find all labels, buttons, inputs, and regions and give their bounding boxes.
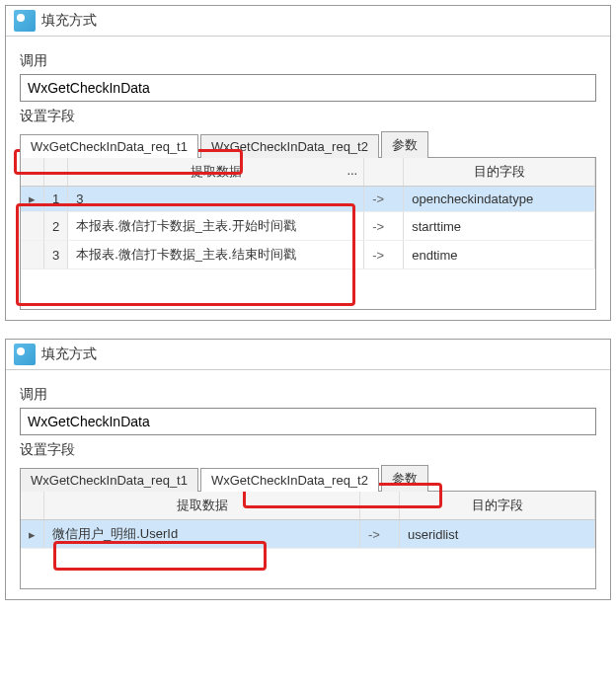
row-index: 2 — [44, 212, 68, 241]
dialog-title: 填充方式 — [41, 12, 97, 30]
cell-arrow: -> — [364, 187, 404, 212]
fields-label: 设置字段 — [20, 441, 596, 459]
cell-extract[interactable]: 本报表.微信打卡数据_主表.结束时间戳 — [68, 241, 364, 269]
dialog-content: 调用 设置字段 WxGetCheckInData_req_t1 WxGetChe… — [6, 370, 610, 599]
fields-label: 设置字段 — [20, 108, 596, 125]
panel-1: 填充方式 调用 设置字段 WxGetCheckInData_req_t1 WxG… — [0, 5, 616, 321]
col-target-header[interactable]: 目的字段 — [404, 158, 595, 187]
grid: 提取数据 目的字段 ▸ 1 3 -> opencheckindatatype — [20, 157, 596, 310]
row-marker: ▸ — [21, 187, 44, 212]
cell-extract[interactable]: 本报表.微信打卡数据_主表.开始时间戳 — [68, 212, 364, 241]
tab-params[interactable]: 参数 — [381, 131, 428, 158]
col-arrow-header — [364, 158, 404, 187]
table-row[interactable]: ▸ 微信用户_明细.UserId -> useridlist — [21, 520, 595, 549]
tab-req-t2[interactable]: WxGetCheckInData_req_t2 — [200, 468, 379, 492]
grid-empty — [21, 269, 595, 309]
cell-arrow: -> — [364, 212, 404, 241]
table-row[interactable]: 2 本报表.微信打卡数据_主表.开始时间戳 -> starttime — [21, 212, 595, 241]
cell-target[interactable]: endtime — [404, 241, 595, 269]
title-bar: 填充方式 — [6, 340, 610, 370]
cell-target[interactable]: opencheckindatatype — [404, 187, 595, 212]
title-bar: 填充方式 — [6, 6, 610, 37]
row-marker: ▸ — [21, 520, 44, 549]
grid: 提取数据 目的字段 ▸ 微信用户_明细.UserId -> useridlist — [20, 491, 596, 589]
grid-empty — [21, 549, 595, 588]
tab-req-t1[interactable]: WxGetCheckInData_req_t1 — [20, 134, 198, 158]
table-row[interactable]: 3 本报表.微信打卡数据_主表.结束时间戳 -> endtime — [21, 241, 595, 269]
cell-arrow: -> — [364, 241, 404, 269]
col-marker-header — [21, 158, 44, 187]
app-icon — [14, 10, 36, 32]
dialog-fill-mode: 填充方式 调用 设置字段 WxGetCheckInData_req_t1 WxG… — [5, 5, 611, 321]
tabs: WxGetCheckInData_req_t1 WxGetCheckInData… — [20, 465, 596, 492]
tab-req-t2[interactable]: WxGetCheckInData_req_t2 — [200, 134, 379, 158]
row-marker — [21, 241, 44, 269]
tabs: WxGetCheckInData_req_t1 WxGetCheckInData… — [20, 131, 596, 158]
col-extract-header[interactable]: 提取数据 — [44, 492, 360, 520]
dialog-fill-mode: 填充方式 调用 设置字段 WxGetCheckInData_req_t1 WxG… — [5, 339, 611, 600]
table-row[interactable]: ▸ 1 3 -> opencheckindatatype — [21, 187, 595, 212]
cell-arrow: -> — [360, 520, 400, 549]
app-icon — [14, 344, 36, 365]
tab-req-t1[interactable]: WxGetCheckInData_req_t1 — [20, 468, 198, 492]
call-input[interactable] — [20, 74, 596, 102]
row-index: 1 — [44, 187, 68, 212]
row-index: 3 — [44, 241, 68, 269]
dialog-title: 填充方式 — [41, 346, 97, 363]
call-input[interactable] — [20, 408, 596, 435]
call-label: 调用 — [20, 386, 596, 404]
dialog-content: 调用 设置字段 WxGetCheckInData_req_t1 WxGetChe… — [6, 37, 610, 320]
cell-target[interactable]: useridlist — [400, 520, 595, 549]
col-extract-header[interactable]: 提取数据 — [68, 158, 364, 187]
col-idx-header — [44, 158, 68, 187]
tab-params[interactable]: 参数 — [381, 465, 428, 492]
panel-2: 填充方式 调用 设置字段 WxGetCheckInData_req_t1 WxG… — [0, 339, 616, 600]
row-marker — [21, 212, 44, 241]
col-marker-header — [21, 492, 44, 520]
grid-header-row: 提取数据 目的字段 — [21, 158, 595, 187]
col-arrow-header — [360, 492, 400, 520]
grid-header-row: 提取数据 目的字段 — [21, 492, 595, 520]
cell-extract[interactable]: 3 — [68, 187, 364, 212]
cell-target[interactable]: starttime — [404, 212, 595, 241]
cell-extract[interactable]: 微信用户_明细.UserId — [44, 520, 360, 549]
call-label: 调用 — [20, 52, 596, 70]
col-target-header[interactable]: 目的字段 — [400, 492, 595, 520]
